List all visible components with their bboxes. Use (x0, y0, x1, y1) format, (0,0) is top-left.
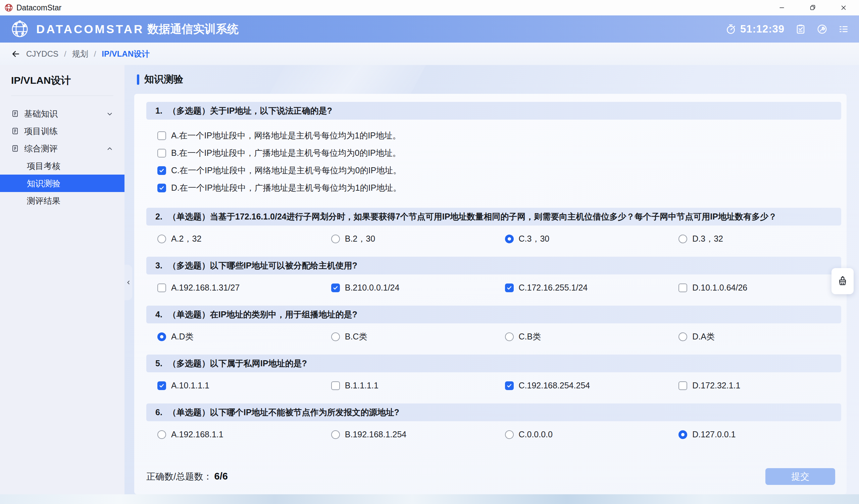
radio-icon[interactable] (678, 332, 687, 341)
sidebar-item-label: 项目训练 (24, 126, 58, 137)
option-label: A.D类 (171, 331, 194, 343)
checkbox-icon[interactable] (157, 149, 166, 157)
breadcrumb-item-current: IP/VLAN设计 (102, 49, 150, 59)
quiz-card: 1.（多选题）关于IP地址，以下说法正确的是?A.在一个IP地址段中，网络地址是… (134, 94, 847, 494)
radio-icon[interactable] (505, 332, 514, 341)
question-header: 5.（多选题）以下属于私网IP地址的是? (146, 355, 841, 372)
accent-bar (137, 74, 139, 85)
option[interactable]: D.3，32 (667, 233, 841, 245)
option[interactable]: A.在一个IP地址段中，网络地址是主机号每位均为1的IP地址。 (157, 130, 841, 141)
window-title: DatacomStar (16, 3, 61, 12)
option[interactable]: A.192.168.1.31/27 (146, 282, 320, 294)
radio-icon[interactable] (157, 430, 166, 439)
checkbox-icon[interactable] (157, 184, 166, 192)
option[interactable]: B.1.1.1.1 (320, 380, 494, 391)
checkbox-icon[interactable] (678, 381, 687, 390)
option[interactable]: A.D类 (146, 331, 320, 343)
option[interactable]: B.C类 (320, 331, 494, 343)
option[interactable]: A.192.168.1.1 (146, 429, 320, 440)
restore-button[interactable] (797, 0, 828, 15)
score-summary: 正确数/总题数：6/6 (146, 471, 228, 483)
question-text: （单选题）以下哪个IP地址不能被节点作为所发报文的源地址? (168, 407, 399, 418)
stopwatch-icon (725, 24, 736, 34)
radio-icon[interactable] (157, 235, 166, 243)
sidebar-item-label: 综合测评 (24, 143, 58, 154)
question-block: 2.（单选题）当基于172.16.1.0/24进行子网划分时，如果要获得7个节点… (146, 208, 841, 249)
option[interactable]: B.在一个IP地址段中，广播地址是主机号每位均为0的IP地址。 (157, 147, 841, 159)
checkbox-icon[interactable] (157, 166, 166, 175)
checkbox-icon[interactable] (157, 131, 166, 140)
option[interactable]: C.在一个IP地址段中，网络地址是主机号每位均为0的IP地址。 (157, 164, 841, 176)
radio-icon[interactable] (331, 235, 340, 243)
list-icon[interactable] (838, 24, 849, 34)
checkbox-icon[interactable] (505, 283, 514, 292)
brand-globe-icon (10, 19, 30, 39)
option[interactable]: A.2，32 (146, 233, 320, 245)
option[interactable]: C.172.16.255.1/24 (494, 282, 668, 294)
radio-icon[interactable] (678, 430, 687, 439)
chevron-down-icon (106, 110, 114, 117)
checkbox-icon[interactable] (505, 381, 514, 390)
checkbox-icon[interactable] (331, 381, 340, 390)
question-text: （多选题）以下哪些IP地址可以被分配给主机使用? (168, 260, 357, 271)
checkbox-icon[interactable] (157, 381, 166, 390)
option[interactable]: B.210.0.0.1/24 (320, 282, 494, 294)
option[interactable]: C.192.168.254.254 (494, 380, 668, 391)
option-group: A.D类B.C类C.B类D.A类 (146, 324, 841, 347)
option-label: C.0.0.0.0 (519, 429, 553, 440)
chevron-up-icon (106, 145, 114, 152)
breadcrumb-item[interactable]: CJYDCS (26, 49, 58, 59)
question-header: 6.（单选题）以下哪个IP地址不能被节点作为所发报文的源地址? (146, 404, 841, 421)
option[interactable]: D.172.32.1.1 (667, 380, 841, 391)
radio-icon[interactable] (157, 332, 166, 341)
checkbox-icon[interactable] (157, 283, 166, 292)
breadcrumb-separator: / (64, 49, 66, 59)
option[interactable]: B.2，30 (320, 233, 494, 245)
tools-icon[interactable] (817, 24, 827, 34)
sidebar: IP/VLAN设计 基础知识 项目训练 (0, 65, 124, 494)
back-arrow-icon[interactable] (11, 49, 20, 59)
option[interactable]: D.127.0.0.1 (667, 429, 841, 440)
minimize-button[interactable] (766, 0, 797, 15)
submit-button[interactable]: 提交 (765, 468, 835, 485)
question-block: 4.（单选题）在IP地址的类别中，用于组播地址的是?A.D类B.C类C.B类D.… (146, 305, 841, 347)
radio-icon[interactable] (331, 430, 340, 439)
option-label: C.3，30 (519, 233, 549, 245)
sidebar-item-label: 测评结果 (27, 195, 60, 206)
exam-report-icon[interactable] (795, 24, 806, 34)
option-label: B.1.1.1.1 (345, 380, 378, 391)
sidebar-item-knowledge-test[interactable]: 知识测验 (0, 175, 124, 192)
clean-button[interactable] (831, 268, 854, 294)
sidebar-item-basic-knowledge[interactable]: 基础知识 (0, 105, 124, 122)
radio-icon[interactable] (505, 430, 514, 439)
breadcrumb-separator: / (94, 49, 96, 59)
option[interactable]: A.10.1.1.1 (146, 380, 320, 391)
option[interactable]: C.B类 (494, 331, 668, 343)
sidebar-collapse-handle[interactable] (124, 265, 132, 300)
option[interactable]: D.10.1.0.64/26 (667, 282, 841, 294)
close-button[interactable] (828, 0, 859, 15)
question-number: 5. (155, 359, 162, 368)
sidebar-item-project-assessment[interactable]: 项目考核 (0, 157, 124, 175)
option[interactable]: C.3，30 (494, 233, 668, 245)
checkbox-icon[interactable] (331, 283, 340, 292)
option-label: D.A类 (692, 331, 715, 343)
bottom-wallpaper-strip (0, 494, 859, 504)
sidebar-item-comprehensive-evaluation[interactable]: 综合测评 (0, 140, 124, 157)
chevron-left-icon (125, 280, 132, 285)
question-header: 4.（单选题）在IP地址的类别中，用于组播地址的是? (146, 305, 841, 324)
document-icon (11, 127, 19, 135)
option[interactable]: B.192.168.1.254 (320, 429, 494, 440)
header-actions: 51:12:39 (725, 23, 849, 35)
checkbox-icon[interactable] (678, 283, 687, 292)
sidebar-item-project-training[interactable]: 项目训练 (0, 122, 124, 140)
option[interactable]: D.在一个IP地址段中，广播地址是主机号每位均为1的IP地址。 (157, 182, 841, 194)
radio-icon[interactable] (678, 235, 687, 243)
radio-icon[interactable] (505, 235, 514, 243)
sidebar-item-evaluation-results[interactable]: 测评结果 (0, 192, 124, 209)
option[interactable]: C.0.0.0.0 (494, 429, 668, 440)
question-block: 5.（多选题）以下属于私网IP地址的是?A.10.1.1.1B.1.1.1.1C… (146, 355, 841, 396)
breadcrumb-item[interactable]: 规划 (72, 49, 88, 59)
option[interactable]: D.A类 (667, 331, 841, 343)
radio-icon[interactable] (331, 332, 340, 341)
